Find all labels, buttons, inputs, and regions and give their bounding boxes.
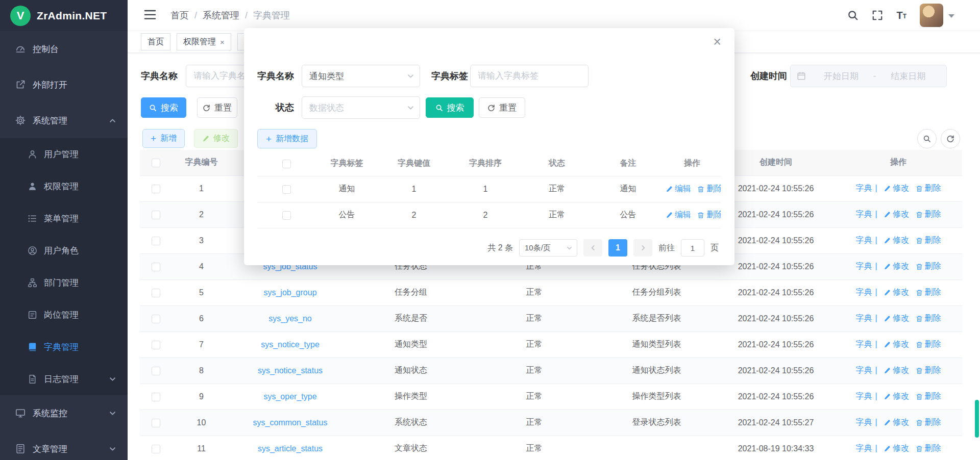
delete-link[interactable]: 删除 — [916, 209, 941, 220]
dict-type-link[interactable]: sys_article_status — [258, 444, 323, 453]
tab[interactable]: 权限管理 × — [177, 33, 231, 50]
edit-link[interactable]: 修改 — [884, 339, 909, 350]
dict-data-link[interactable]: 字典 — [855, 444, 872, 452]
row-checkbox[interactable] — [152, 211, 160, 219]
user-avatar[interactable] — [920, 4, 943, 27]
dict-data-link[interactable]: 字典 — [855, 392, 872, 400]
delete-link[interactable]: 删除 — [916, 443, 941, 454]
add-button[interactable]: + 新增 — [142, 129, 185, 148]
search-button[interactable]: 搜索 — [141, 97, 186, 118]
dict-data-link[interactable]: 字典 — [855, 340, 872, 348]
delete-link[interactable]: 删除 — [916, 183, 941, 194]
edit-link[interactable]: 编辑 — [666, 184, 691, 194]
scrollbar[interactable] — [975, 0, 979, 460]
edit-link[interactable]: 修改 — [884, 313, 909, 324]
sidebar-item-departments[interactable]: 部门管理 — [0, 267, 128, 299]
row-checkbox[interactable] — [152, 419, 160, 427]
sidebar-item-system[interactable]: 系统管理 — [0, 103, 128, 138]
edit-link[interactable]: 修改 — [884, 417, 909, 428]
sidebar-item-monitoring[interactable]: 系统监控 — [0, 395, 128, 431]
sidebar-item-users[interactable]: 用户管理 — [0, 138, 128, 170]
edit-button[interactable]: 修改 — [194, 129, 238, 148]
row-checkbox[interactable] — [152, 367, 160, 375]
edit-link[interactable]: 编辑 — [666, 210, 691, 220]
delete-link[interactable]: 删除 — [916, 339, 941, 350]
breadcrumb-item[interactable]: 首页 — [170, 9, 203, 21]
row-checkbox[interactable] — [152, 263, 160, 271]
sidebar-item-external-open[interactable]: 外部打开 — [0, 67, 128, 103]
select-all-checkbox[interactable] — [152, 159, 160, 167]
breadcrumb-item[interactable]: 系统管理 — [203, 9, 253, 21]
delete-link[interactable]: 删除 — [916, 417, 941, 428]
row-checkbox[interactable] — [152, 289, 160, 297]
row-checkbox[interactable] — [282, 211, 291, 220]
tab-close-icon[interactable]: × — [220, 38, 225, 46]
select-all-checkbox[interactable] — [282, 160, 291, 168]
fullscreen-icon[interactable] — [872, 10, 883, 21]
dialog-reset-button[interactable]: 重置 — [479, 97, 525, 118]
edit-link[interactable]: 修改 — [884, 261, 909, 272]
create-time-range-picker[interactable]: 开始日期 - 结束日期 — [790, 65, 947, 87]
dict-type-link[interactable]: sys_notice_status — [258, 366, 323, 375]
prev-page-button[interactable] — [583, 239, 602, 257]
refresh-table-button[interactable] — [941, 129, 960, 148]
show-search-toggle-button[interactable] — [917, 129, 937, 148]
dict-data-link[interactable]: 字典 — [855, 236, 872, 244]
dict-type-link[interactable]: sys_notice_type — [261, 340, 320, 349]
add-data-button[interactable]: + 新增数据 — [257, 129, 317, 148]
reset-button[interactable]: 重置 — [197, 97, 237, 118]
sidebar-item-articles[interactable]: 文章管理 — [0, 431, 128, 460]
delete-link[interactable]: 删除 — [916, 235, 941, 246]
dialog-dict-name-select[interactable]: 通知类型 — [302, 65, 420, 87]
goto-page-input[interactable] — [681, 239, 704, 257]
dict-data-link[interactable]: 字典 — [855, 210, 872, 218]
delete-link[interactable]: 删除 — [697, 184, 721, 194]
row-checkbox[interactable] — [152, 341, 160, 349]
edit-link[interactable]: 修改 — [884, 391, 909, 402]
edit-link[interactable]: 修改 — [884, 209, 909, 220]
dict-data-link[interactable]: 字典 — [855, 262, 872, 270]
dict-type-link[interactable]: sys_job_group — [263, 288, 316, 297]
row-checkbox[interactable] — [152, 393, 160, 401]
sidebar-item-user-roles[interactable]: 用户角色 — [0, 235, 128, 267]
delete-link[interactable]: 删除 — [916, 261, 941, 272]
sidebar-item-logs[interactable]: 日志管理 — [0, 363, 128, 395]
dict-data-link[interactable]: 字典 — [855, 184, 872, 192]
dict-data-link[interactable]: 字典 — [855, 366, 872, 374]
sidebar-item-dashboard[interactable]: 控制台 — [0, 31, 128, 67]
row-checkbox[interactable] — [152, 237, 160, 245]
row-checkbox[interactable] — [152, 185, 160, 193]
page-size-select[interactable]: 10条/页 — [519, 239, 577, 257]
delete-link[interactable]: 删除 — [697, 210, 721, 220]
dialog-search-button[interactable]: 搜索 — [426, 97, 474, 118]
user-menu[interactable] — [920, 4, 954, 27]
delete-link[interactable]: 删除 — [916, 391, 941, 402]
dialog-dict-label-input[interactable] — [470, 65, 589, 87]
hamburger-icon[interactable] — [144, 9, 156, 21]
next-page-button[interactable] — [633, 239, 652, 257]
edit-link[interactable]: 修改 — [884, 235, 909, 246]
tab[interactable]: 首页 × — [141, 33, 170, 50]
search-icon[interactable] — [847, 10, 859, 21]
dialog-status-select[interactable]: 数据状态 — [302, 96, 420, 119]
delete-link[interactable]: 删除 — [916, 287, 941, 298]
sidebar-item-permissions[interactable]: 权限管理 — [0, 170, 128, 202]
edit-link[interactable]: 修改 — [884, 365, 909, 376]
delete-link[interactable]: 删除 — [916, 365, 941, 376]
scrollbar-thumb[interactable] — [975, 400, 979, 438]
breadcrumb-item[interactable]: 字典管理 — [253, 9, 290, 21]
sidebar-item-posts[interactable]: 岗位管理 — [0, 299, 128, 331]
row-checkbox[interactable] — [152, 445, 160, 453]
edit-link[interactable]: 修改 — [884, 443, 909, 454]
current-page-button[interactable]: 1 — [608, 239, 627, 257]
dict-data-link[interactable]: 字典 — [855, 288, 872, 296]
dict-data-link[interactable]: 字典 — [855, 314, 872, 322]
font-size-icon[interactable]: TT — [896, 10, 906, 20]
dict-type-link[interactable]: sys_oper_type — [263, 392, 316, 401]
dict-type-link[interactable]: sys_yes_no — [268, 314, 312, 323]
sidebar-item-menus[interactable]: 菜单管理 — [0, 202, 128, 235]
dict-type-link[interactable]: sys_common_status — [253, 418, 328, 427]
close-icon[interactable]: × — [713, 35, 721, 49]
row-checkbox[interactable] — [152, 315, 160, 323]
edit-link[interactable]: 修改 — [884, 287, 909, 298]
